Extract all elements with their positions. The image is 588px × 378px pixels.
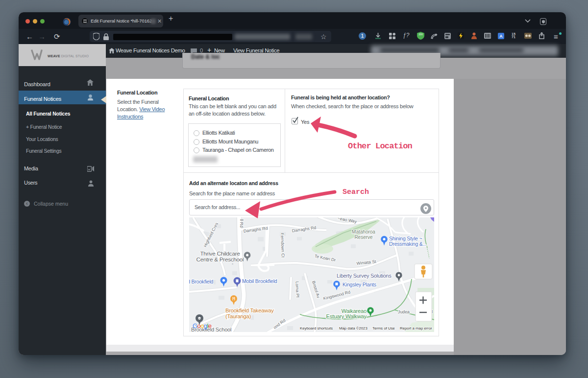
- svg-text:Liberty Survey Solutions: Liberty Survey Solutions: [337, 273, 392, 279]
- svg-text:Mobil Brookfield: Mobil Brookfield: [242, 278, 277, 284]
- svg-text:Judea: Judea: [398, 309, 410, 314]
- svg-text:Matahoroa: Matahoroa: [352, 229, 375, 235]
- svg-text:Reserve: Reserve: [354, 235, 373, 240]
- svg-text:ld Brookfield: ld Brookfield: [189, 279, 214, 284]
- svg-text:ll Rd: ll Rd: [239, 219, 244, 228]
- svg-text:Brookfield Takeaway: Brookfield Takeaway: [225, 307, 274, 313]
- svg-text:200: 200: [418, 33, 423, 36]
- svg-text:Lorna Pl: Lorna Pl: [294, 281, 300, 297]
- svg-text:Terms of Use: Terms of Use: [372, 326, 395, 331]
- svg-text:Kingsley Plants: Kingsley Plants: [343, 282, 376, 287]
- svg-text:Report a map error: Report a map error: [400, 326, 432, 331]
- svg-text:Dressmaking &...: Dressmaking &...: [389, 241, 427, 247]
- svg-text:A: A: [499, 34, 503, 39]
- svg-text:Keyboard shortcuts: Keyboard shortcuts: [300, 326, 333, 331]
- svg-text:Centre & Preschool: Centre & Preschool: [196, 256, 244, 263]
- svg-text:Google: Google: [193, 322, 212, 330]
- svg-text:Ferndown Ct: Ferndown Ct: [280, 233, 286, 258]
- svg-text:Map data ©2023: Map data ©2023: [339, 326, 368, 331]
- svg-text:Estuary Walkway: Estuary Walkway: [326, 313, 367, 319]
- svg-text:(Tauranga): (Tauranga): [225, 313, 251, 319]
